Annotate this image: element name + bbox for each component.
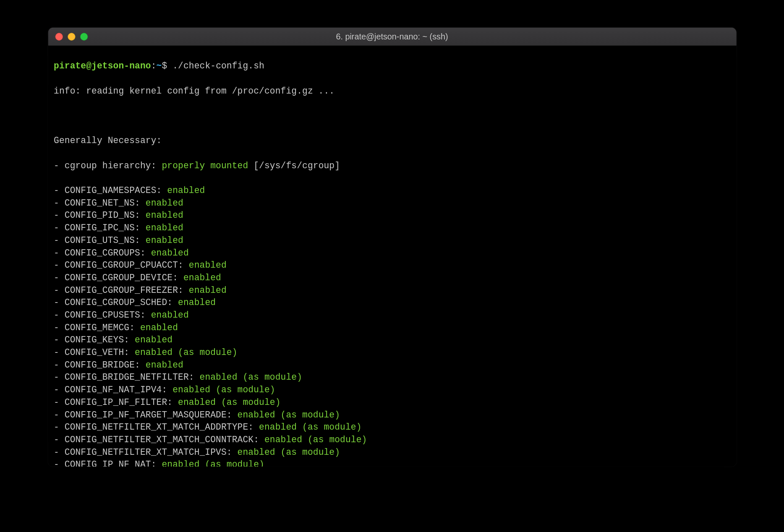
config-name: - CONFIG_VETH: <box>54 348 135 358</box>
config-name: - CONFIG_IP_NF_FILTER: <box>54 398 178 408</box>
config-name: - CONFIG_MEMCG: <box>54 323 140 333</box>
config-status: enabled <box>146 198 183 209</box>
config-line: - CONFIG_CGROUP_FREEZER: enabled <box>54 284 730 297</box>
config-line: - CONFIG_BRIDGE: enabled <box>54 359 730 372</box>
config-status: enabled (as module) <box>172 385 275 395</box>
config-status: enabled <box>167 186 205 196</box>
cgroup-status: properly mounted <box>162 161 248 171</box>
config-line: - CONFIG_UTS_NS: enabled <box>54 235 730 247</box>
config-status: enabled <box>146 211 183 221</box>
prompt-path: ~ <box>157 61 162 71</box>
zoom-icon[interactable] <box>80 33 87 40</box>
terminal-body[interactable]: pirate@jetson-nano:~$ ./check-config.sh … <box>48 46 736 467</box>
config-status: enabled <box>146 236 183 246</box>
cgroup-suffix: [/sys/fs/cgroup] <box>248 161 340 171</box>
config-line: - CONFIG_CGROUP_SCHED: enabled <box>54 297 730 310</box>
config-status: enabled <box>178 298 216 308</box>
config-name: - CONFIG_KEYS: <box>54 335 135 345</box>
config-name: - CONFIG_CGROUP_DEVICE: <box>54 273 183 283</box>
config-status: enabled <box>140 323 178 333</box>
config-name: - CONFIG_IPC_NS: <box>54 223 146 233</box>
section-header: Generally Necessary: <box>54 135 730 148</box>
config-line: - CONFIG_CGROUPS: enabled <box>54 247 730 260</box>
config-name: - CONFIG_NETFILTER_XT_MATCH_ADDRTYPE: <box>54 422 259 433</box>
config-line: - CONFIG_CPUSETS: enabled <box>54 309 730 322</box>
cgroup-prefix: - cgroup hierarchy: <box>54 161 162 171</box>
config-line: - CONFIG_NETFILTER_XT_MATCH_IPVS: enable… <box>54 446 730 459</box>
config-name: - CONFIG_CPUSETS: <box>54 310 151 321</box>
config-status: enabled (as module) <box>238 448 340 458</box>
config-status: enabled (as module) <box>200 373 303 383</box>
config-name: - CONFIG_NET_NS: <box>54 198 146 209</box>
info-line: info: reading kernel config from /proc/c… <box>54 85 730 98</box>
config-name: - CONFIG_NETFILTER_XT_MATCH_CONNTRACK: <box>54 435 264 445</box>
config-line: - CONFIG_NETFILTER_XT_MATCH_CONNTRACK: e… <box>54 434 730 446</box>
config-status: enabled <box>183 273 221 283</box>
config-line: - CONFIG_CGROUP_DEVICE: enabled <box>54 272 730 284</box>
config-name: - CONFIG_IP_NF_NAT: <box>54 460 162 467</box>
prompt-sep: : <box>151 61 157 71</box>
config-status: enabled (as module) <box>178 398 281 408</box>
config-line: - CONFIG_PID_NS: enabled <box>54 210 730 222</box>
window-title: 6. pirate@jetson-nano: ~ (ssh) <box>48 31 736 41</box>
blank-line <box>54 110 730 123</box>
config-name: - CONFIG_NF_NAT_IPV4: <box>54 385 172 395</box>
prompt-line: pirate@jetson-nano:~$ ./check-config.sh <box>54 60 730 73</box>
config-status: enabled (as module) <box>135 348 238 358</box>
config-name: - CONFIG_CGROUP_SCHED: <box>54 298 178 308</box>
terminal-window: 6. pirate@jetson-nano: ~ (ssh) pirate@je… <box>48 28 736 467</box>
config-status: enabled (as module) <box>264 435 367 445</box>
config-status: enabled <box>151 248 189 258</box>
prompt-symbol: $ <box>162 61 172 71</box>
config-line: - CONFIG_KEYS: enabled <box>54 334 730 347</box>
config-status: enabled <box>146 360 183 370</box>
config-status: enabled (as module) <box>238 410 340 420</box>
config-status: enabled <box>146 223 183 233</box>
config-line: - CONFIG_IP_NF_TARGET_MASQUERADE: enable… <box>54 409 730 422</box>
config-name: - CONFIG_BRIDGE_NETFILTER: <box>54 373 199 383</box>
config-line: - CONFIG_NETFILTER_XT_MATCH_ADDRTYPE: en… <box>54 421 730 434</box>
config-line: - CONFIG_BRIDGE_NETFILTER: enabled (as m… <box>54 372 730 384</box>
config-status: enabled <box>135 335 172 345</box>
config-name: - CONFIG_CGROUPS: <box>54 248 151 258</box>
config-name: - CONFIG_NETFILTER_XT_MATCH_IPVS: <box>54 448 238 458</box>
config-status: enabled (as module) <box>259 422 362 433</box>
config-line: - CONFIG_CGROUP_CPUACCT: enabled <box>54 259 730 272</box>
config-name: - CONFIG_CGROUP_CPUACCT: <box>54 261 189 271</box>
config-status: enabled <box>189 261 227 271</box>
close-icon[interactable] <box>55 33 63 40</box>
config-line: - CONFIG_IP_NF_NAT: enabled (as module) <box>54 459 730 467</box>
config-line: - CONFIG_NAMESPACES: enabled <box>54 185 730 197</box>
config-line: - CONFIG_IP_NF_FILTER: enabled (as modul… <box>54 396 730 409</box>
window-titlebar: 6. pirate@jetson-nano: ~ (ssh) <box>48 28 736 46</box>
prompt-command: ./check-config.sh <box>172 61 264 71</box>
minimize-icon[interactable] <box>68 33 75 40</box>
config-line: - CONFIG_NF_NAT_IPV4: enabled (as module… <box>54 384 730 396</box>
config-name: - CONFIG_PID_NS: <box>54 211 146 221</box>
config-line: - CONFIG_NET_NS: enabled <box>54 197 730 210</box>
config-line: - CONFIG_VETH: enabled (as module) <box>54 347 730 359</box>
config-status: enabled <box>151 310 189 321</box>
config-name: - CONFIG_NAMESPACES: <box>54 186 167 196</box>
cgroup-line: - cgroup hierarchy: properly mounted [/s… <box>54 160 730 172</box>
config-name: - CONFIG_BRIDGE: <box>54 360 146 370</box>
config-status: enabled (as module) <box>162 460 264 467</box>
config-line: - CONFIG_IPC_NS: enabled <box>54 222 730 235</box>
prompt-user: pirate@jetson-nano <box>54 61 151 71</box>
window-controls <box>55 33 88 40</box>
config-status: enabled <box>189 286 227 296</box>
config-name: - CONFIG_CGROUP_FREEZER: <box>54 286 189 296</box>
config-name: - CONFIG_IP_NF_TARGET_MASQUERADE: <box>54 410 238 420</box>
config-line: - CONFIG_MEMCG: enabled <box>54 322 730 334</box>
config-name: - CONFIG_UTS_NS: <box>54 236 146 246</box>
